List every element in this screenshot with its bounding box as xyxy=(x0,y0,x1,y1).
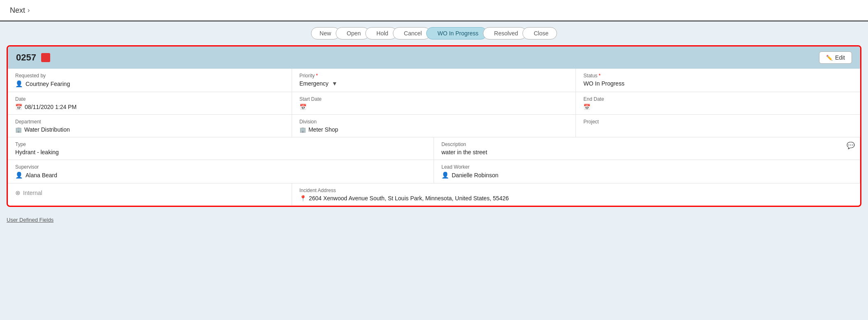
lead-worker-label: Lead Worker xyxy=(441,164,852,170)
user-defined-fields-link[interactable]: User Defined Fields xyxy=(0,213,868,226)
type-label: Type xyxy=(15,141,426,147)
card-row-5: Supervisor 👤 Alana Beard Lead Worker 👤 D… xyxy=(8,160,860,183)
type-value: Hydrant - leaking xyxy=(15,149,426,155)
department-field: Department 🏢 Water Distribution xyxy=(8,115,292,137)
lead-worker-field: Lead Worker 👤 Danielle Robinson xyxy=(434,160,860,183)
pipeline-step-close[interactable]: Close xyxy=(522,27,557,39)
end-date-label: End Date xyxy=(583,96,853,102)
edit-button[interactable]: ✏️ Edit xyxy=(819,51,852,64)
pipeline-step-wo-in-progress[interactable]: WO In Progress xyxy=(426,27,487,39)
top-bar: Next › xyxy=(0,0,868,21)
pipeline-container: NewOpenHoldCancelWO In ProgressResolvedC… xyxy=(0,21,868,45)
pipeline-step-open[interactable]: Open xyxy=(336,27,369,39)
pipeline-step-resolved[interactable]: Resolved xyxy=(483,27,527,39)
priority-required: * xyxy=(316,73,318,79)
start-calendar-icon: 📅 xyxy=(299,104,306,110)
priority-value: Emergency ▼ xyxy=(299,80,569,87)
comment-icon: 💬 xyxy=(847,141,855,149)
pipeline: NewOpenHoldCancelWO In ProgressResolvedC… xyxy=(311,27,557,39)
end-date-value: 📅 xyxy=(583,104,853,110)
incident-address-label: Incident Address xyxy=(299,188,853,193)
description-label: Description xyxy=(441,141,852,147)
type-field: Type Hydrant - leaking xyxy=(8,137,434,160)
supervisor-field: Supervisor 👤 Alana Beard xyxy=(8,160,434,183)
building-icon: 🏢 xyxy=(15,127,22,133)
lead-worker-user-icon: 👤 xyxy=(441,172,449,179)
start-date-label: Start Date xyxy=(299,96,569,102)
user-icon: 👤 xyxy=(15,80,23,88)
dropdown-arrow-icon: ▼ xyxy=(332,80,337,87)
date-label: Date xyxy=(15,96,284,102)
start-date-field: Start Date 📅 xyxy=(292,92,576,115)
date-field: Date 📅 08/11/2020 1:24 PM xyxy=(8,92,292,115)
status-value: WO In Progress xyxy=(583,80,853,87)
division-building-icon: 🏢 xyxy=(299,127,306,133)
pipeline-step-cancel[interactable]: Cancel xyxy=(393,27,431,39)
priority-field: Priority * Emergency ▼ xyxy=(292,69,576,92)
supervisor-label: Supervisor xyxy=(15,164,426,170)
end-date-field: End Date 📅 xyxy=(576,92,860,115)
project-field: Project xyxy=(576,115,860,137)
requested-by-label: Requested by xyxy=(15,73,284,79)
next-button[interactable]: Next › xyxy=(7,5,33,16)
priority-label: Priority * xyxy=(299,73,569,79)
description-value: water in the street xyxy=(441,149,852,155)
circle-x-icon: ⊗ xyxy=(15,189,21,197)
status-field: Status * WO In Progress xyxy=(576,69,860,92)
card-row-3: Department 🏢 Water Distribution Division… xyxy=(8,115,860,137)
pipeline-step-hold[interactable]: Hold xyxy=(365,27,397,39)
priority-indicator xyxy=(41,53,50,62)
supervisor-value: 👤 Alana Beard xyxy=(15,172,426,179)
next-label: Next xyxy=(10,6,25,15)
incident-address-field: Incident Address 📍 2604 Xenwood Avenue S… xyxy=(292,183,860,206)
date-value: 📅 08/11/2020 1:24 PM xyxy=(15,104,284,110)
card-wrapper: 0257 ✏️ Edit Requested by 👤 Courtney Fea… xyxy=(0,45,868,213)
calendar-icon: 📅 xyxy=(15,104,22,110)
internal-value: ⊗ Internal xyxy=(15,189,284,197)
location-icon: 📍 xyxy=(299,195,306,202)
requested-by-value: 👤 Courtney Fearing xyxy=(15,80,284,88)
pencil-icon: ✏️ xyxy=(826,55,833,61)
description-field: Description water in the street 💬 xyxy=(434,137,860,160)
requested-by-field: Requested by 👤 Courtney Fearing xyxy=(8,69,292,92)
edit-label: Edit xyxy=(835,54,845,61)
status-required: * xyxy=(599,73,601,79)
incident-address-value: 📍 2604 Xenwood Avenue South, St Louis Pa… xyxy=(299,195,853,202)
supervisor-user-icon: 👤 xyxy=(15,172,23,179)
department-value: 🏢 Water Distribution xyxy=(15,126,284,133)
card-header-left: 0257 xyxy=(16,52,50,63)
start-date-value: 📅 xyxy=(299,104,569,110)
priority-dropdown[interactable]: Emergency ▼ xyxy=(299,80,338,87)
division-value: 🏢 Meter Shop xyxy=(299,126,569,133)
status-label: Status * xyxy=(583,73,853,79)
chevron-right-icon: › xyxy=(28,7,30,14)
work-order-card: 0257 ✏️ Edit Requested by 👤 Courtney Fea… xyxy=(7,45,861,207)
work-order-number: 0257 xyxy=(16,52,36,63)
internal-field: ⊗ Internal xyxy=(8,183,292,206)
division-label: Division xyxy=(299,119,569,125)
card-row-4: Type Hydrant - leaking Description water… xyxy=(8,137,860,160)
card-row-1: Requested by 👤 Courtney Fearing Priority… xyxy=(8,69,860,92)
project-label: Project xyxy=(583,119,853,125)
department-label: Department xyxy=(15,119,284,125)
end-calendar-icon: 📅 xyxy=(583,104,590,110)
card-header: 0257 ✏️ Edit xyxy=(8,46,860,69)
card-row-6: ⊗ Internal Incident Address 📍 2604 Xenwo… xyxy=(8,183,860,206)
division-field: Division 🏢 Meter Shop xyxy=(292,115,576,137)
card-row-2: Date 📅 08/11/2020 1:24 PM Start Date 📅 E… xyxy=(8,92,860,115)
lead-worker-value: 👤 Danielle Robinson xyxy=(441,172,852,179)
